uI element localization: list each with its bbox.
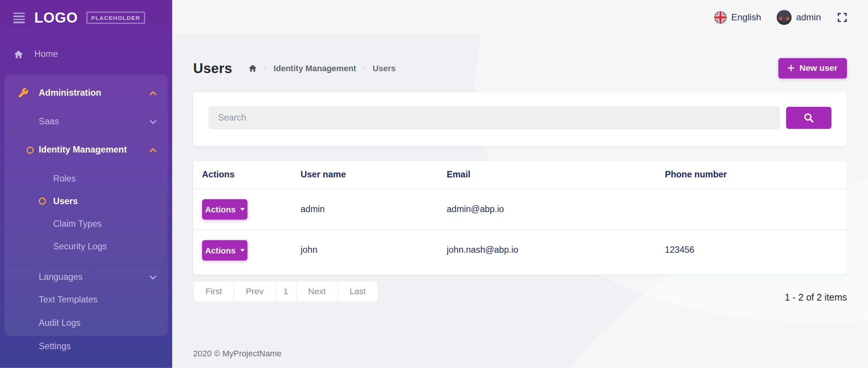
wrench-icon: [18, 87, 39, 98]
sidebar-item-label: Security Logs: [53, 241, 107, 251]
sidebar-item-roles[interactable]: Roles: [5, 167, 168, 190]
breadcrumb-parent: Identity Management: [274, 63, 356, 73]
new-user-button[interactable]: New user: [778, 58, 847, 78]
sidebar-item-administration[interactable]: Administration: [5, 81, 168, 105]
pagination-next-button[interactable]: Next: [296, 281, 338, 302]
pagination-last-button[interactable]: Last: [337, 281, 378, 302]
breadcrumb: · Identity Management · Users: [248, 63, 396, 73]
sidebar-item-label: Saas: [39, 117, 59, 127]
caret-down-icon: [240, 249, 245, 251]
search-button[interactable]: [786, 107, 831, 129]
circle-bullet-icon: [39, 197, 53, 205]
footer-copyright: 2020 © MyProjectName: [193, 348, 282, 358]
sidebar-item-saas[interactable]: Saas: [5, 111, 168, 133]
page-title: Users: [193, 60, 233, 76]
home-icon: [248, 63, 257, 73]
plus-icon: [788, 65, 795, 72]
pagination-row: First Prev 1 Next Last 1 - 2 of 2 items: [193, 281, 847, 303]
table-header-row: Actions User name Email Phone number: [193, 161, 847, 188]
circle-bullet-icon: [18, 146, 39, 153]
sidebar-item-identity-management[interactable]: Identity Management: [5, 139, 168, 161]
sidebar-item-label: Home: [34, 49, 58, 59]
logo-placeholder-badge: PLACEHOLDER: [86, 12, 145, 24]
table-row: Actions john john.nash@abp.io 123456: [193, 229, 847, 270]
users-table: Actions User name Email Phone number Act…: [193, 161, 847, 274]
pagination-prev-button[interactable]: Prev: [234, 281, 276, 302]
cell-phone: 123456: [665, 245, 838, 255]
sidebar-item-audit-logs[interactable]: Audit Logs: [5, 312, 168, 335]
sidebar-item-security-logs[interactable]: Security Logs: [5, 235, 168, 258]
user-menu[interactable]: admin: [777, 10, 821, 25]
main-content: English admin Users · Identity Managemen…: [172, 0, 868, 368]
chevron-down-icon: [150, 119, 157, 124]
uk-flag-icon: [714, 11, 727, 24]
chevron-down-icon: [150, 275, 157, 279]
column-header-username: User name: [301, 169, 447, 179]
menu-toggle-button[interactable]: [12, 10, 26, 25]
chevron-up-icon: [150, 90, 157, 95]
cell-username: john: [301, 245, 447, 255]
search-icon: [803, 112, 814, 123]
sidebar-item-label: Text Templates: [39, 295, 98, 305]
breadcrumb-current: Users: [373, 63, 396, 73]
column-header-phone: Phone number: [665, 169, 838, 179]
home-icon: [13, 49, 34, 60]
hamburger-icon: [13, 12, 25, 14]
page-header: Users · Identity Management · Users New …: [193, 53, 847, 84]
row-actions-button[interactable]: Actions: [202, 199, 247, 219]
sidebar-item-label: Roles: [53, 173, 76, 183]
sidebar-item-users[interactable]: Users: [5, 190, 168, 212]
brand-bar: LOGO PLACEHOLDER: [0, 0, 172, 35]
language-selector[interactable]: English: [714, 11, 761, 24]
search-panel: [193, 92, 847, 146]
avatar: [777, 10, 792, 25]
column-header-email: Email: [447, 169, 665, 179]
sidebar-item-label: Audit Logs: [39, 318, 81, 328]
cell-email: admin@abp.io: [447, 204, 665, 214]
sidebar-item-home[interactable]: Home: [0, 43, 172, 66]
sidebar-item-text-templates[interactable]: Text Templates: [5, 288, 168, 312]
chevron-up-icon: [150, 147, 157, 152]
sidebar-item-label: Identity Management: [39, 145, 127, 155]
pagination-first-button[interactable]: First: [193, 281, 234, 302]
column-header-actions: Actions: [202, 169, 300, 179]
sidebar-item-label: Languages: [39, 272, 83, 282]
fullscreen-button[interactable]: [836, 12, 848, 23]
items-summary: 1 - 2 of 2 items: [785, 292, 847, 303]
fullscreen-icon: [836, 12, 848, 23]
sidebar-item-label: Users: [53, 196, 78, 206]
table-row: Actions admin admin@abp.io: [193, 188, 847, 229]
topbar: English admin: [172, 0, 868, 35]
row-actions-button[interactable]: Actions: [202, 240, 247, 260]
language-label: English: [731, 12, 761, 23]
sidebar-item-settings[interactable]: Settings: [5, 335, 168, 358]
cell-email: john.nash@abp.io: [447, 245, 665, 255]
pagination: First Prev 1 Next Last: [193, 281, 378, 302]
sidebar-item-label: Administration: [39, 88, 101, 98]
cell-username: admin: [301, 204, 447, 214]
app-root: LOGO PLACEHOLDER Home Administration: [0, 0, 868, 368]
sidebar: LOGO PLACEHOLDER Home Administration: [0, 0, 172, 368]
search-input[interactable]: [209, 107, 779, 129]
breadcrumb-separator: ·: [264, 63, 267, 73]
username-label: admin: [796, 12, 821, 23]
breadcrumb-separator: ·: [363, 63, 366, 73]
administration-group-panel: Administration Saas Identity Management: [5, 75, 168, 336]
sidebar-item-label: Claim Types: [53, 219, 102, 229]
breadcrumb-home-link[interactable]: [248, 63, 257, 73]
sidebar-item-languages[interactable]: Languages: [5, 266, 168, 288]
sidebar-item-claim-types[interactable]: Claim Types: [5, 212, 168, 235]
sidebar-item-label: Settings: [39, 341, 71, 351]
pagination-page-1-button[interactable]: 1: [275, 281, 297, 302]
caret-down-icon: [240, 208, 245, 211]
logo[interactable]: LOGO: [34, 9, 78, 26]
